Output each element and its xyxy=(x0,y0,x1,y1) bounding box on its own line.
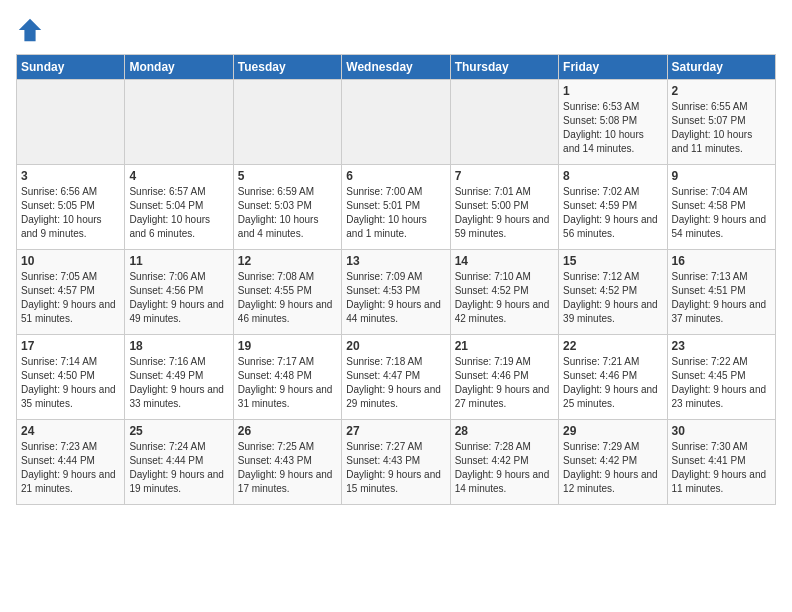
day-number: 2 xyxy=(672,84,771,98)
day-info: Sunrise: 6:55 AM Sunset: 5:07 PM Dayligh… xyxy=(672,100,771,156)
calendar-day-cell: 20Sunrise: 7:18 AM Sunset: 4:47 PM Dayli… xyxy=(342,335,450,420)
day-info: Sunrise: 7:01 AM Sunset: 5:00 PM Dayligh… xyxy=(455,185,554,241)
calendar-day-cell: 12Sunrise: 7:08 AM Sunset: 4:55 PM Dayli… xyxy=(233,250,341,335)
day-number: 29 xyxy=(563,424,662,438)
calendar-day-cell: 18Sunrise: 7:16 AM Sunset: 4:49 PM Dayli… xyxy=(125,335,233,420)
calendar-day-cell xyxy=(342,80,450,165)
calendar-day-cell: 14Sunrise: 7:10 AM Sunset: 4:52 PM Dayli… xyxy=(450,250,558,335)
day-number: 16 xyxy=(672,254,771,268)
day-number: 26 xyxy=(238,424,337,438)
day-info: Sunrise: 7:30 AM Sunset: 4:41 PM Dayligh… xyxy=(672,440,771,496)
calendar-day-cell xyxy=(233,80,341,165)
day-info: Sunrise: 7:21 AM Sunset: 4:46 PM Dayligh… xyxy=(563,355,662,411)
day-number: 7 xyxy=(455,169,554,183)
day-number: 12 xyxy=(238,254,337,268)
weekday-header-thursday: Thursday xyxy=(450,55,558,80)
calendar-week-row: 3Sunrise: 6:56 AM Sunset: 5:05 PM Daylig… xyxy=(17,165,776,250)
calendar-week-row: 24Sunrise: 7:23 AM Sunset: 4:44 PM Dayli… xyxy=(17,420,776,505)
weekday-header-row: SundayMondayTuesdayWednesdayThursdayFrid… xyxy=(17,55,776,80)
calendar-day-cell xyxy=(17,80,125,165)
day-number: 22 xyxy=(563,339,662,353)
calendar-day-cell: 8Sunrise: 7:02 AM Sunset: 4:59 PM Daylig… xyxy=(559,165,667,250)
calendar-day-cell: 24Sunrise: 7:23 AM Sunset: 4:44 PM Dayli… xyxy=(17,420,125,505)
day-number: 23 xyxy=(672,339,771,353)
logo-icon xyxy=(16,16,44,44)
day-info: Sunrise: 7:14 AM Sunset: 4:50 PM Dayligh… xyxy=(21,355,120,411)
calendar-day-cell: 25Sunrise: 7:24 AM Sunset: 4:44 PM Dayli… xyxy=(125,420,233,505)
calendar-day-cell: 16Sunrise: 7:13 AM Sunset: 4:51 PM Dayli… xyxy=(667,250,775,335)
calendar-day-cell: 26Sunrise: 7:25 AM Sunset: 4:43 PM Dayli… xyxy=(233,420,341,505)
svg-marker-0 xyxy=(19,19,41,41)
calendar-day-cell: 27Sunrise: 7:27 AM Sunset: 4:43 PM Dayli… xyxy=(342,420,450,505)
weekday-header-tuesday: Tuesday xyxy=(233,55,341,80)
day-number: 17 xyxy=(21,339,120,353)
day-info: Sunrise: 7:13 AM Sunset: 4:51 PM Dayligh… xyxy=(672,270,771,326)
day-number: 19 xyxy=(238,339,337,353)
day-info: Sunrise: 7:24 AM Sunset: 4:44 PM Dayligh… xyxy=(129,440,228,496)
weekday-header-wednesday: Wednesday xyxy=(342,55,450,80)
calendar-day-cell: 3Sunrise: 6:56 AM Sunset: 5:05 PM Daylig… xyxy=(17,165,125,250)
day-number: 15 xyxy=(563,254,662,268)
day-number: 11 xyxy=(129,254,228,268)
calendar-day-cell: 4Sunrise: 6:57 AM Sunset: 5:04 PM Daylig… xyxy=(125,165,233,250)
day-info: Sunrise: 6:59 AM Sunset: 5:03 PM Dayligh… xyxy=(238,185,337,241)
day-info: Sunrise: 7:22 AM Sunset: 4:45 PM Dayligh… xyxy=(672,355,771,411)
day-info: Sunrise: 6:56 AM Sunset: 5:05 PM Dayligh… xyxy=(21,185,120,241)
calendar-day-cell xyxy=(450,80,558,165)
day-info: Sunrise: 7:19 AM Sunset: 4:46 PM Dayligh… xyxy=(455,355,554,411)
day-info: Sunrise: 7:09 AM Sunset: 4:53 PM Dayligh… xyxy=(346,270,445,326)
day-info: Sunrise: 7:06 AM Sunset: 4:56 PM Dayligh… xyxy=(129,270,228,326)
calendar-day-cell: 21Sunrise: 7:19 AM Sunset: 4:46 PM Dayli… xyxy=(450,335,558,420)
calendar-day-cell: 13Sunrise: 7:09 AM Sunset: 4:53 PM Dayli… xyxy=(342,250,450,335)
calendar-day-cell xyxy=(125,80,233,165)
day-info: Sunrise: 6:53 AM Sunset: 5:08 PM Dayligh… xyxy=(563,100,662,156)
day-info: Sunrise: 7:17 AM Sunset: 4:48 PM Dayligh… xyxy=(238,355,337,411)
calendar-day-cell: 10Sunrise: 7:05 AM Sunset: 4:57 PM Dayli… xyxy=(17,250,125,335)
calendar-day-cell: 9Sunrise: 7:04 AM Sunset: 4:58 PM Daylig… xyxy=(667,165,775,250)
day-number: 24 xyxy=(21,424,120,438)
calendar-day-cell: 15Sunrise: 7:12 AM Sunset: 4:52 PM Dayli… xyxy=(559,250,667,335)
day-info: Sunrise: 7:18 AM Sunset: 4:47 PM Dayligh… xyxy=(346,355,445,411)
day-info: Sunrise: 7:08 AM Sunset: 4:55 PM Dayligh… xyxy=(238,270,337,326)
day-info: Sunrise: 7:12 AM Sunset: 4:52 PM Dayligh… xyxy=(563,270,662,326)
day-number: 25 xyxy=(129,424,228,438)
calendar-table: SundayMondayTuesdayWednesdayThursdayFrid… xyxy=(16,54,776,505)
calendar-day-cell: 5Sunrise: 6:59 AM Sunset: 5:03 PM Daylig… xyxy=(233,165,341,250)
weekday-header-sunday: Sunday xyxy=(17,55,125,80)
weekday-header-monday: Monday xyxy=(125,55,233,80)
day-number: 4 xyxy=(129,169,228,183)
day-info: Sunrise: 6:57 AM Sunset: 5:04 PM Dayligh… xyxy=(129,185,228,241)
day-number: 8 xyxy=(563,169,662,183)
day-number: 9 xyxy=(672,169,771,183)
day-number: 13 xyxy=(346,254,445,268)
day-info: Sunrise: 7:23 AM Sunset: 4:44 PM Dayligh… xyxy=(21,440,120,496)
day-info: Sunrise: 7:00 AM Sunset: 5:01 PM Dayligh… xyxy=(346,185,445,241)
day-info: Sunrise: 7:04 AM Sunset: 4:58 PM Dayligh… xyxy=(672,185,771,241)
calendar-day-cell: 2Sunrise: 6:55 AM Sunset: 5:07 PM Daylig… xyxy=(667,80,775,165)
calendar-day-cell: 6Sunrise: 7:00 AM Sunset: 5:01 PM Daylig… xyxy=(342,165,450,250)
calendar-week-row: 1Sunrise: 6:53 AM Sunset: 5:08 PM Daylig… xyxy=(17,80,776,165)
logo xyxy=(16,16,48,44)
day-number: 10 xyxy=(21,254,120,268)
day-number: 20 xyxy=(346,339,445,353)
day-info: Sunrise: 7:16 AM Sunset: 4:49 PM Dayligh… xyxy=(129,355,228,411)
calendar-day-cell: 7Sunrise: 7:01 AM Sunset: 5:00 PM Daylig… xyxy=(450,165,558,250)
calendar-day-cell: 19Sunrise: 7:17 AM Sunset: 4:48 PM Dayli… xyxy=(233,335,341,420)
day-number: 27 xyxy=(346,424,445,438)
day-number: 1 xyxy=(563,84,662,98)
day-info: Sunrise: 7:10 AM Sunset: 4:52 PM Dayligh… xyxy=(455,270,554,326)
calendar-week-row: 17Sunrise: 7:14 AM Sunset: 4:50 PM Dayli… xyxy=(17,335,776,420)
calendar-day-cell: 28Sunrise: 7:28 AM Sunset: 4:42 PM Dayli… xyxy=(450,420,558,505)
day-info: Sunrise: 7:05 AM Sunset: 4:57 PM Dayligh… xyxy=(21,270,120,326)
day-number: 30 xyxy=(672,424,771,438)
day-number: 3 xyxy=(21,169,120,183)
calendar-day-cell: 11Sunrise: 7:06 AM Sunset: 4:56 PM Dayli… xyxy=(125,250,233,335)
day-number: 6 xyxy=(346,169,445,183)
calendar-week-row: 10Sunrise: 7:05 AM Sunset: 4:57 PM Dayli… xyxy=(17,250,776,335)
day-info: Sunrise: 7:29 AM Sunset: 4:42 PM Dayligh… xyxy=(563,440,662,496)
day-info: Sunrise: 7:28 AM Sunset: 4:42 PM Dayligh… xyxy=(455,440,554,496)
calendar-day-cell: 29Sunrise: 7:29 AM Sunset: 4:42 PM Dayli… xyxy=(559,420,667,505)
day-number: 18 xyxy=(129,339,228,353)
calendar-day-cell: 23Sunrise: 7:22 AM Sunset: 4:45 PM Dayli… xyxy=(667,335,775,420)
calendar-day-cell: 30Sunrise: 7:30 AM Sunset: 4:41 PM Dayli… xyxy=(667,420,775,505)
